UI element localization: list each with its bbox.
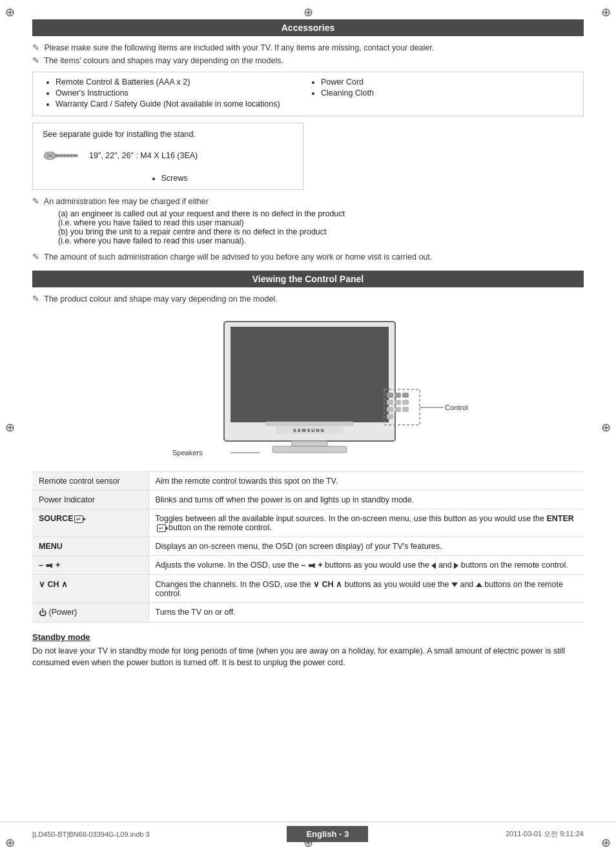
desc-cell: Adjusts the volume. In the OSD, use the … bbox=[149, 556, 584, 575]
admin-note2: ✎ The amount of such administration char… bbox=[32, 252, 584, 262]
note-icon-1: ✎ bbox=[32, 43, 39, 52]
svg-text:Speakers: Speakers bbox=[172, 449, 203, 457]
footer-right: 2011-03-01 오전 9:11:24 bbox=[506, 829, 584, 839]
reg-mark-mid-left: ⊕ bbox=[5, 420, 15, 435]
list-item: Warranty Card / Safety Guide (Not availa… bbox=[56, 99, 308, 108]
accessories-header: Accessories bbox=[32, 19, 584, 36]
source-label: SOURCE bbox=[39, 514, 73, 523]
desc-cell: Displays an on-screen menu, the OSD (on … bbox=[149, 537, 584, 556]
right-arrow-icon bbox=[454, 562, 458, 569]
accessories-list-right: Power Cord Cleaning Cloth bbox=[308, 77, 573, 98]
control-cell: Remote control sensor bbox=[32, 472, 149, 491]
stand-guide-inner: 19", 22", 26" : M4 X L16 (3EA) bbox=[43, 143, 293, 169]
vol-plus-label: + bbox=[56, 561, 60, 570]
source-enter-icon: ↵ bbox=[74, 515, 83, 523]
desc-cell: Toggles between all the available input … bbox=[149, 510, 584, 537]
table-row: – + Adjusts the volume. In the OSD, use … bbox=[32, 556, 584, 575]
vol-icon bbox=[46, 563, 52, 568]
list-item: Power Cord bbox=[321, 77, 573, 87]
footer: [LD450-BT]BN68-03394G-L09.indb 3 English… bbox=[0, 821, 616, 842]
control-panel-note: ✎ The product colour and shape may vary … bbox=[32, 294, 584, 304]
svg-rect-10 bbox=[231, 327, 389, 422]
control-cell: SOURCE↵ bbox=[32, 510, 149, 537]
list-item: Remote Control & Batteries (AAA x 2) bbox=[56, 77, 308, 87]
admin-line-4: (i.e. where you have failed to read this… bbox=[58, 236, 584, 245]
reg-mark-mid-right: ⊕ bbox=[601, 420, 611, 435]
svg-rect-22 bbox=[402, 407, 409, 412]
table-row: ∨ CH ∧ Changes the channels. In the OSD,… bbox=[32, 575, 584, 603]
table-row: Remote control sensor Aim the remote con… bbox=[32, 472, 584, 491]
control-cell: Power Indicator bbox=[32, 491, 149, 510]
svg-rect-24 bbox=[266, 422, 353, 426]
accessories-col-left: Remote Control & Batteries (AAA x 2) Own… bbox=[43, 77, 308, 110]
svg-rect-16 bbox=[402, 393, 409, 398]
standby-title: Standby mode bbox=[32, 632, 584, 642]
list-item: Cleaning Cloth bbox=[321, 88, 573, 98]
table-row: Power Indicator Blinks and turns off whe… bbox=[32, 491, 584, 510]
accessories-list-box: Remote Control & Batteries (AAA x 2) Own… bbox=[32, 72, 584, 116]
stand-guide-box: See separate guide for installing the st… bbox=[32, 123, 303, 190]
desc-cell: Changes the channels. In the OSD, use th… bbox=[149, 575, 584, 603]
table-row: MENU Displays an on-screen menu, the OSD… bbox=[32, 537, 584, 556]
control-panel-section: Viewing the Control Panel ✎ The product … bbox=[32, 271, 584, 669]
reg-mark-top-right: ⊕ bbox=[601, 5, 611, 19]
footer-left: [LD450-BT]BN68-03394G-L09.indb 3 bbox=[32, 830, 150, 838]
standby-text: Do not leave your TV in standby mode for… bbox=[32, 645, 584, 670]
list-item: Screws bbox=[161, 174, 188, 183]
enter-label-inline: ENTER bbox=[546, 514, 573, 523]
vol-minus-label: – bbox=[39, 561, 43, 570]
svg-rect-17 bbox=[387, 400, 393, 405]
accessories-note1: ✎ Please make sure the following items a… bbox=[32, 43, 584, 52]
svg-rect-14 bbox=[387, 393, 393, 398]
admin-line-3: (b) you bring the unit to a repair centr… bbox=[58, 227, 584, 236]
control-cell: – + bbox=[32, 556, 149, 575]
stand-guide-label: See separate guide for installing the st… bbox=[43, 130, 293, 139]
vol-icon-inline bbox=[309, 563, 315, 568]
control-cell: ∨ CH ∧ bbox=[32, 575, 149, 603]
admin-line-1: (a) an engineer is called out at your re… bbox=[58, 209, 584, 218]
svg-rect-15 bbox=[395, 393, 401, 398]
tv-diagram-container: SAMSUNG Cont bbox=[147, 315, 469, 464]
desc-cell: Blinks and turns off when the power is o… bbox=[149, 491, 584, 510]
note-icon-4: ✎ bbox=[32, 252, 39, 262]
control-cell: ⏻ (Power) bbox=[32, 603, 149, 623]
svg-rect-19 bbox=[402, 400, 409, 405]
page: ⊕ ⊕ ⊕ ⊕ ⊕ ⊕ ⊕ ⊕ Accessories ✎ Please mak… bbox=[0, 0, 616, 855]
power-icon: ⏻ bbox=[39, 608, 46, 617]
stand-guide-screw-text: 19", 22", 26" : M4 X L16 (3EA) bbox=[89, 151, 198, 160]
control-panel-header: Viewing the Control Panel bbox=[32, 271, 584, 287]
screw-icon bbox=[43, 143, 81, 169]
svg-text:Control Panel: Control Panel bbox=[445, 404, 469, 411]
standby-section: Standby mode Do not leave your TV in sta… bbox=[32, 632, 584, 670]
accessories-col-right: Power Cord Cleaning Cloth bbox=[308, 77, 573, 110]
enter-icon-inline: ↵ bbox=[157, 524, 166, 532]
desc-cell: Turns the TV on or off. bbox=[149, 603, 584, 623]
table-row: ⏻ (Power) Turns the TV on or off. bbox=[32, 603, 584, 623]
svg-rect-18 bbox=[395, 400, 401, 405]
admin-line-2: (i.e. where you have failed to read this… bbox=[58, 218, 584, 227]
control-cell: MENU bbox=[32, 537, 149, 556]
svg-rect-26 bbox=[272, 446, 347, 453]
svg-rect-23 bbox=[387, 414, 393, 419]
reg-mark-top-center: ⊕ bbox=[303, 5, 313, 19]
footer-center: English - 3 bbox=[287, 826, 368, 842]
left-arrow-icon bbox=[431, 562, 436, 569]
note-icon-5: ✎ bbox=[32, 294, 39, 304]
accessories-list-left: Remote Control & Batteries (AAA x 2) Own… bbox=[43, 77, 308, 108]
down-arrow-icon bbox=[451, 582, 458, 587]
note-icon-2: ✎ bbox=[32, 56, 39, 65]
svg-rect-25 bbox=[292, 441, 327, 446]
list-item: Owner's Instructions bbox=[56, 88, 308, 98]
svg-text:SAMSUNG: SAMSUNG bbox=[293, 428, 325, 433]
svg-rect-20 bbox=[387, 407, 393, 412]
menu-label: MENU bbox=[39, 542, 63, 551]
admin-note1: ✎ An administration fee may be charged i… bbox=[32, 196, 584, 206]
control-panel-table: Remote control sensor Aim the remote con… bbox=[32, 471, 584, 623]
admin-lines: (a) an engineer is called out at your re… bbox=[58, 209, 584, 245]
reg-mark-top-left: ⊕ bbox=[5, 5, 15, 19]
ch-down-label: ∨ CH ∧ bbox=[39, 580, 68, 589]
svg-rect-21 bbox=[395, 407, 401, 412]
up-arrow-icon bbox=[476, 582, 482, 587]
desc-cell: Aim the remote control towards this spot… bbox=[149, 472, 584, 491]
table-row: SOURCE↵ Toggles between all the availabl… bbox=[32, 510, 584, 537]
